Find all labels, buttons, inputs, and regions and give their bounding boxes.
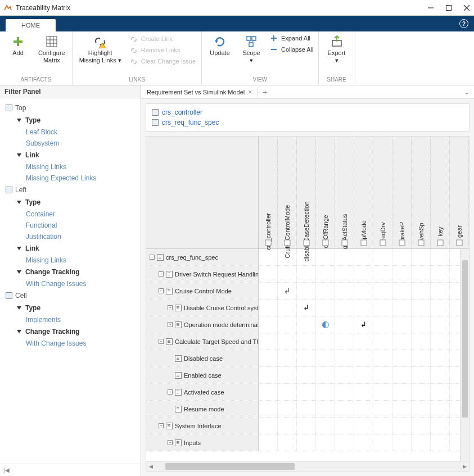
matrix-cell[interactable] [335,266,354,282]
export-button[interactable]: Export▾ [323,34,350,65]
expander-icon[interactable]: − [159,339,164,344]
filter-left-link[interactable]: Link [0,242,141,255]
matrix-cell[interactable] [335,384,354,400]
filter-functional[interactable]: Functional [0,220,141,231]
expander-icon[interactable]: + [168,389,173,395]
column-header[interactable]: crs_controller [259,137,278,248]
matrix-cell[interactable] [431,350,450,366]
matrix-cell[interactable] [297,384,316,400]
matrix-cell[interactable] [297,333,316,350]
expander-icon[interactable]: + [168,440,173,445]
matrix-cell[interactable] [392,300,412,316]
matrix-cell[interactable] [412,266,431,282]
matrix-cell[interactable] [259,300,278,316]
matrix-cell[interactable] [335,434,354,451]
matrix-cell[interactable] [431,266,450,282]
matrix-cell[interactable]: ↲ [278,283,297,299]
add-tab-button[interactable]: + [258,88,272,97]
filter-left-missing-links[interactable]: Missing Links [0,255,141,266]
matrix-cell[interactable] [412,249,431,265]
filter-justification[interactable]: Justification [0,231,141,242]
matrix-cell[interactable] [316,434,335,451]
matrix-cell[interactable] [412,434,431,451]
matrix-cell[interactable] [278,300,297,316]
matrix-cell[interactable] [373,350,392,366]
matrix-cell[interactable] [316,249,335,265]
matrix-cell[interactable] [297,350,316,366]
matrix-cell[interactable] [259,367,278,383]
matrix-cell[interactable] [354,283,373,299]
matrix-cell[interactable] [335,316,354,333]
matrix-cell[interactable] [373,333,392,350]
close-tab-icon[interactable]: × [248,88,252,96]
matrix-cell[interactable] [373,283,392,299]
matrix-cell[interactable] [278,434,297,451]
filter-left-change-tracking[interactable]: Change Tracking [0,266,141,278]
row-label[interactable]: −System Interface [146,418,259,434]
expander-icon[interactable]: − [150,255,155,260]
matrix-cell[interactable] [412,300,431,316]
column-header[interactable]: outOfRange [316,137,335,248]
matrix-cell[interactable] [431,300,450,316]
matrix-cell[interactable] [335,333,354,350]
matrix-cell[interactable] [335,367,354,383]
row-label[interactable]: Resume mode [146,401,259,417]
matrix-cell[interactable] [412,418,431,434]
row-label[interactable]: Disabled case [146,350,259,366]
matrix-cell[interactable] [373,367,392,383]
matrix-cell[interactable] [278,418,297,434]
row-label[interactable]: −crs_req_func_spec [146,249,259,265]
matrix-cell[interactable] [392,350,412,366]
collapse-panel-icon[interactable]: |◀ [3,467,10,473]
horizontal-scrollbar[interactable]: ◀▶ [146,461,469,471]
maximize-button[interactable] [445,4,453,12]
matrix-cell[interactable] [412,316,431,333]
filter-missing-expected[interactable]: Missing Expected Links [0,173,141,184]
matrix-cell[interactable] [335,300,354,316]
matrix-cell[interactable] [431,316,450,333]
matrix-cell[interactable] [412,283,431,299]
matrix-cell[interactable] [297,401,316,417]
matrix-cell[interactable] [431,384,450,400]
matrix-cell[interactable] [297,283,316,299]
filter-container[interactable]: Container [0,208,141,220]
matrix-cell[interactable] [354,384,373,400]
matrix-cell[interactable] [431,367,450,383]
column-header[interactable]: disableCaseDetection [297,137,316,248]
column-header[interactable]: brakeP [392,137,412,248]
matrix-cell[interactable] [373,384,392,400]
matrix-cell[interactable] [335,401,354,417]
matrix-cell[interactable] [431,249,450,265]
matrix-cell[interactable] [373,249,392,265]
row-label[interactable]: +Activated case [146,384,259,400]
update-button[interactable]: Update [206,34,233,58]
row-label[interactable]: −Calculate Target Speed and Throttle [146,333,259,350]
matrix-cell[interactable] [354,333,373,350]
matrix-cell[interactable] [431,418,450,434]
filter-left-change-issues[interactable]: With Change Issues [0,278,141,289]
matrix-cell[interactable] [412,350,431,366]
matrix-cell[interactable] [316,316,335,333]
matrix-cell[interactable] [259,333,278,350]
minimize-button[interactable] [427,4,435,12]
filter-cell-change-tracking[interactable]: Change Tracking [0,325,141,338]
matrix-cell[interactable] [373,418,392,434]
matrix-cell[interactable] [316,333,335,350]
matrix-cell[interactable] [259,418,278,434]
row-label[interactable]: +Driver Switch Request Handling [146,266,259,282]
matrix-cell[interactable] [373,266,392,282]
matrix-cell[interactable] [412,333,431,350]
matrix-cell[interactable] [278,333,297,350]
row-label[interactable]: +Inputs [146,434,259,451]
matrix-cell[interactable] [431,333,450,350]
matrix-cell[interactable] [354,401,373,417]
filter-cell-change-issues[interactable]: With Change Issues [0,338,141,349]
expander-icon[interactable]: − [159,423,164,428]
matrix-cell[interactable] [392,418,412,434]
matrix-cell[interactable] [354,300,373,316]
matrix-cell[interactable] [278,384,297,400]
row-label[interactable]: +Operation mode determination [146,316,259,333]
row-label[interactable]: −Cruise Control Mode [146,283,259,299]
matrix-cell[interactable] [412,384,431,400]
matrix-cell[interactable] [259,401,278,417]
